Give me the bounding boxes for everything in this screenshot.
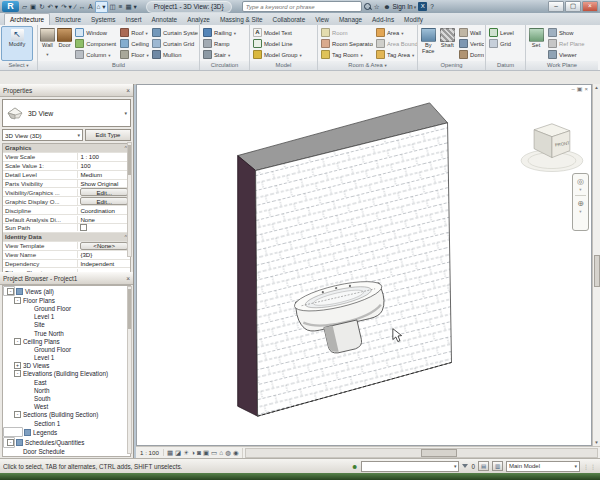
- tree-site[interactable]: Site: [3, 321, 130, 329]
- modify-button[interactable]: ↖ Modify: [1, 26, 33, 61]
- properties-palette-header[interactable]: Properties ×: [0, 84, 133, 97]
- room-area-panel-title[interactable]: Room & Area: [318, 61, 417, 70]
- railing-button[interactable]: Railing: [201, 27, 248, 38]
- detail-level-row[interactable]: Detail Level Medium: [3, 171, 130, 180]
- lock-3d-view-icon[interactable]: ⌂: [219, 448, 223, 458]
- work-plane-panel-title[interactable]: Work Plane: [526, 61, 598, 70]
- tag-room-button[interactable]: Tag Room: [319, 49, 373, 60]
- tree-elevations[interactable]: - Elevations (Building Elevation): [3, 370, 130, 378]
- opening-panel-title[interactable]: Opening: [418, 61, 485, 70]
- minimize-button[interactable]: –: [548, 1, 564, 12]
- browser-scrollbar[interactable]: [127, 286, 132, 454]
- search-input[interactable]: [242, 1, 362, 12]
- visual-style-icon[interactable]: ◪: [175, 448, 181, 458]
- tree-window-schedule[interactable]: Window Schedule: [3, 456, 130, 457]
- instance-selector[interactable]: 3D View (3D) ▾: [2, 129, 83, 141]
- view-minimize-icon[interactable]: –: [571, 86, 574, 93]
- exchange-apps-icon[interactable]: X: [418, 2, 427, 11]
- sign-in-button[interactable]: ☻ Sign In ▾: [383, 3, 417, 10]
- level-button[interactable]: Level: [487, 27, 524, 38]
- vertical-opening-button[interactable]: Vertical: [457, 38, 484, 49]
- tree-expander-icon[interactable]: -: [14, 297, 21, 304]
- measure-icon[interactable]: ∕: [74, 2, 77, 12]
- close-button[interactable]: ×: [582, 1, 598, 12]
- roof-button[interactable]: Roof: [118, 27, 149, 38]
- ramp-button[interactable]: Ramp: [201, 38, 248, 49]
- door-button[interactable]: Door: [57, 26, 72, 61]
- column-button[interactable]: Column: [73, 49, 117, 60]
- visibility-graphics-row[interactable]: Visibility/Graphics ... Edit...: [3, 188, 130, 197]
- area-boundary-button[interactable]: Area Boundary: [374, 38, 417, 49]
- 3d-view-canvas[interactable]: FRONT: [137, 85, 591, 445]
- scroll-down-icon[interactable]: ▼: [593, 439, 600, 446]
- tag-area-button[interactable]: Tag Area: [374, 49, 417, 60]
- ref-plane-button[interactable]: Ref Plane: [546, 38, 594, 49]
- tree-level-1[interactable]: Level 1: [3, 313, 130, 321]
- tree-ceiling-level-1[interactable]: Level 1: [3, 354, 130, 362]
- default-3d-view-icon[interactable]: ⌂ ▾: [95, 1, 108, 13]
- tree-ceiling-ground-floor[interactable]: Ground Floor: [3, 345, 130, 353]
- close-icon[interactable]: ×: [126, 275, 130, 282]
- horizontal-scrollbar[interactable]: [245, 448, 598, 458]
- maximize-button[interactable]: ▢: [565, 1, 581, 12]
- viewer-button[interactable]: Viewer: [546, 49, 594, 60]
- view-restore-icon[interactable]: ▣: [577, 86, 583, 93]
- edit-type-button[interactable]: Edit Type: [85, 129, 131, 141]
- wall-button[interactable]: Wall: [39, 26, 56, 61]
- save-icon[interactable]: ▣: [29, 2, 37, 12]
- shadows-icon[interactable]: ◑: [191, 448, 195, 458]
- steering-wheel-icon[interactable]: ◎: [577, 177, 584, 186]
- tree-section-1[interactable]: Section 1: [3, 419, 130, 427]
- tab-analyze[interactable]: Analyze: [182, 14, 215, 25]
- exclude-options-icon[interactable]: ▥: [492, 461, 503, 471]
- favorites-star-icon[interactable]: ☆: [373, 3, 381, 11]
- tree-ground-floor[interactable]: Ground Floor: [3, 304, 130, 312]
- component-button[interactable]: Component: [73, 38, 117, 49]
- model-text-button[interactable]: AModel Text: [251, 27, 316, 38]
- show-crop-region-icon[interactable]: ▭: [211, 448, 217, 458]
- view-scale-button[interactable]: 1 : 100: [136, 449, 164, 456]
- tree-expander-icon[interactable]: +: [14, 362, 21, 369]
- tab-collaborate[interactable]: Collaborate: [268, 14, 311, 25]
- aligned-dimension-icon[interactable]: ↔: [78, 2, 87, 12]
- design-options-dropdown[interactable]: Main Model ▾: [506, 461, 580, 472]
- dependency-row[interactable]: Dependency Independent: [3, 260, 130, 269]
- view-scale-row[interactable]: View Scale 1 : 100: [3, 153, 130, 162]
- scale-value-row[interactable]: Scale Value 1: 100: [3, 162, 130, 171]
- view-close-icon[interactable]: ×: [584, 86, 588, 93]
- tree-expander-icon[interactable]: -: [14, 370, 21, 377]
- tree-door-schedule[interactable]: Door Schedule: [3, 448, 130, 456]
- tree-true-north[interactable]: True North: [3, 329, 130, 337]
- worksets-dropdown[interactable]: ▾: [361, 461, 459, 472]
- crop-view-icon[interactable]: ▣: [203, 448, 209, 458]
- build-panel-title[interactable]: Build: [38, 61, 199, 70]
- editable-only-icon[interactable]: ▤: [478, 461, 489, 471]
- rendering-dialog-icon[interactable]: ◙: [197, 448, 201, 458]
- undo-icon[interactable]: ↶ ▾: [47, 2, 60, 12]
- model-line-button[interactable]: Model Line: [251, 38, 316, 49]
- vertical-scroll-thumb[interactable]: [594, 255, 600, 287]
- tab-annotate[interactable]: Annotate: [147, 14, 183, 25]
- shaft-button[interactable]: Shaft: [438, 26, 456, 61]
- graphic-display-row[interactable]: Graphic Display O... Edit...: [3, 197, 130, 206]
- floor-button[interactable]: Floor: [118, 49, 149, 60]
- tree-north[interactable]: North: [3, 386, 130, 394]
- tree-expander-icon[interactable]: -: [7, 439, 14, 446]
- room-separator-button[interactable]: Room Separator: [319, 38, 373, 49]
- vertical-scrollbar[interactable]: ▲ ▼: [592, 84, 600, 446]
- sync-icon[interactable]: ↻: [38, 2, 45, 12]
- tab-massing-site[interactable]: Massing & Site: [215, 14, 268, 25]
- discipline-row[interactable]: Discipline Coordination: [3, 206, 130, 215]
- parts-visibility-row[interactable]: Parts Visibility Show Original: [3, 180, 130, 189]
- tab-view[interactable]: View: [310, 14, 334, 25]
- tree-floor-plans[interactable]: - Floor Plans: [3, 296, 130, 304]
- filter-icon[interactable]: [462, 464, 468, 468]
- tab-add-ins[interactable]: Add-Ins: [367, 14, 399, 25]
- scroll-up-icon[interactable]: ▲: [593, 84, 600, 91]
- graphics-section[interactable]: Graphics: [3, 144, 130, 153]
- curtain-system-button[interactable]: Curtain System: [150, 27, 198, 38]
- section-icon[interactable]: ◫: [109, 2, 117, 12]
- sun-path-row[interactable]: Sun Path: [3, 224, 130, 233]
- tree-expander-icon[interactable]: -: [14, 411, 21, 418]
- model-panel-title[interactable]: Model: [250, 61, 317, 70]
